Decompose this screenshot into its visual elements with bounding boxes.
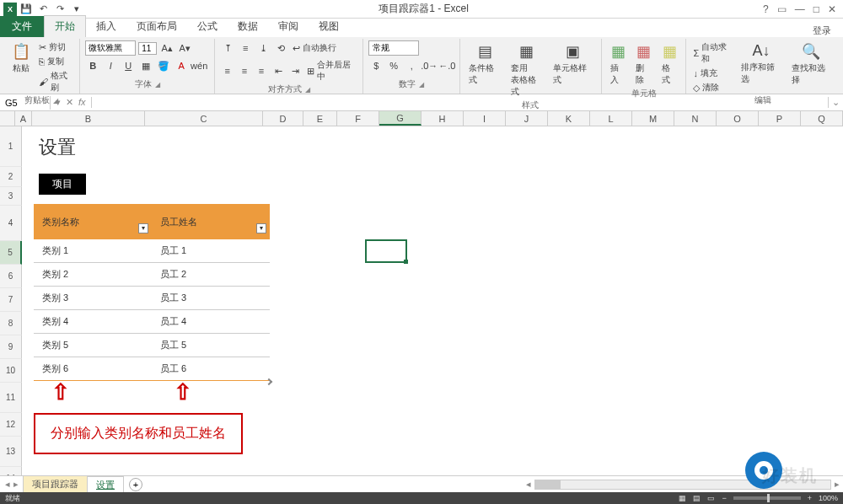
view-layout-icon[interactable]: ▤ xyxy=(693,494,701,502)
col-header-F[interactable]: F xyxy=(337,111,379,126)
indent-left-icon[interactable]: ⇤ xyxy=(271,63,286,78)
insert-cells-button[interactable]: ▦插入 xyxy=(607,40,630,88)
fx-enter-icon[interactable]: ✕ xyxy=(66,97,73,108)
row-header-10[interactable]: 10 xyxy=(0,359,22,383)
cell-category[interactable]: 类别 2 xyxy=(34,263,152,286)
cell-employee[interactable]: 员工 5 xyxy=(152,334,270,357)
tab-data[interactable]: 数据 xyxy=(228,16,268,37)
cell-style-button[interactable]: ▣单元格样式 xyxy=(550,40,596,88)
col-header-M[interactable]: M xyxy=(632,111,674,126)
decrease-font-icon[interactable]: A▾ xyxy=(177,40,192,56)
sheet-tab-settings[interactable]: 设置 xyxy=(87,476,124,493)
zoom-in-icon[interactable]: + xyxy=(808,494,812,502)
name-box[interactable]: G5 xyxy=(0,96,51,110)
col-header-P[interactable]: P xyxy=(759,111,801,126)
cells-area[interactable]: 设置 项目 类别名称▾ 员工姓名▾ 类别 1员工 1类别 2员工 2类别 3员工… xyxy=(22,126,843,491)
underline-button[interactable]: U xyxy=(121,58,136,73)
indent-right-icon[interactable]: ⇥ xyxy=(288,63,303,78)
table-resize-handle[interactable] xyxy=(266,378,272,385)
cell-employee[interactable]: 员工 1 xyxy=(152,239,270,262)
scroll-left-icon[interactable]: ◂ xyxy=(523,479,534,490)
select-all-corner[interactable] xyxy=(0,111,15,126)
col-header-E[interactable]: E xyxy=(303,111,337,126)
view-normal-icon[interactable]: ▦ xyxy=(679,494,686,502)
formula-expand-icon[interactable]: ⌄ xyxy=(828,97,843,108)
fx-cancel-icon[interactable]: ▾ xyxy=(56,97,61,108)
table-row[interactable]: 类别 2员工 2 xyxy=(34,263,270,287)
project-button[interactable]: 项目 xyxy=(39,174,86,195)
col-header-B[interactable]: B xyxy=(32,111,145,126)
format-cells-button[interactable]: ▦格式 xyxy=(658,40,681,88)
cell-category[interactable]: 类别 4 xyxy=(34,310,152,333)
tab-file[interactable]: 文件 xyxy=(0,16,44,37)
tab-nav-next-icon[interactable]: ▸ xyxy=(13,479,19,490)
number-launcher-icon[interactable]: ◢ xyxy=(419,81,424,88)
ribbon-options-icon[interactable]: ▭ xyxy=(777,3,787,15)
table-style-button[interactable]: ▦套用 表格格式 xyxy=(507,40,546,99)
increase-decimal-icon[interactable]: .0→ xyxy=(422,58,437,73)
table-row[interactable]: 类别 1员工 1 xyxy=(34,239,270,263)
delete-cells-button[interactable]: ▦删除 xyxy=(632,40,655,88)
table-row[interactable]: 类别 3员工 3 xyxy=(34,287,270,310)
row-header-5[interactable]: 5 xyxy=(0,241,22,265)
row-header-4[interactable]: 4 xyxy=(0,206,22,241)
format-painter-button[interactable]: 🖌格式刷 xyxy=(37,69,74,94)
undo-icon[interactable]: ↶ xyxy=(35,2,51,17)
align-right-icon[interactable]: ≡ xyxy=(254,63,268,78)
zoom-level[interactable]: 100% xyxy=(819,494,838,502)
currency-icon[interactable]: $ xyxy=(368,58,384,73)
col-header-K[interactable]: K xyxy=(548,111,590,126)
find-select-button[interactable]: 🔍查找和选择 xyxy=(788,40,835,88)
add-sheet-button[interactable]: + xyxy=(129,478,142,491)
row-header-12[interactable]: 12 xyxy=(0,413,22,437)
tab-review[interactable]: 审阅 xyxy=(268,16,309,37)
row-header-3[interactable]: 3 xyxy=(0,187,22,206)
tab-layout[interactable]: 页面布局 xyxy=(126,16,187,37)
close-icon[interactable]: ✕ xyxy=(828,3,836,15)
cell-category[interactable]: 类别 6 xyxy=(34,357,152,380)
border-button[interactable]: ▦ xyxy=(138,58,153,73)
font-name-select[interactable]: 微软雅黑 xyxy=(85,40,136,56)
clear-button[interactable]: ◇清除 xyxy=(691,81,734,94)
formula-input[interactable] xyxy=(92,101,828,105)
row-header-11[interactable]: 11 xyxy=(0,383,22,413)
login-link[interactable]: 登录 xyxy=(813,25,831,35)
row-header-7[interactable]: 7 xyxy=(0,288,22,312)
maximize-icon[interactable]: □ xyxy=(813,3,819,15)
autosum-button[interactable]: Σ自动求和 xyxy=(691,40,734,66)
number-format-select[interactable]: 常规 xyxy=(368,40,419,56)
col-header-D[interactable]: D xyxy=(263,111,303,126)
redo-icon[interactable]: ↷ xyxy=(52,2,67,17)
table-row[interactable]: 类别 6员工 6 xyxy=(34,357,270,381)
save-icon[interactable]: 💾 xyxy=(19,2,34,17)
sort-filter-button[interactable]: A↓排序和筛选 xyxy=(738,40,784,87)
scroll-right-icon[interactable]: ▸ xyxy=(831,479,843,490)
row-header-1[interactable]: 1 xyxy=(0,126,22,167)
cell-employee[interactable]: 员工 4 xyxy=(152,310,270,333)
col-header-Q[interactable]: Q xyxy=(801,111,843,126)
wrap-text-button[interactable]: ↩自动换行 xyxy=(291,41,338,55)
qat-more-icon[interactable]: ▾ xyxy=(69,2,84,17)
bold-button[interactable]: B xyxy=(85,58,100,73)
align-middle-icon[interactable]: ≡ xyxy=(238,40,253,56)
fx-icon[interactable]: fx xyxy=(78,97,86,108)
filter-employee-icon[interactable]: ▾ xyxy=(256,223,266,233)
sheet-tab-tracker[interactable]: 项目跟踪器 xyxy=(23,475,88,494)
zoom-slider[interactable] xyxy=(733,496,801,500)
col-header-L[interactable]: L xyxy=(590,111,632,126)
view-break-icon[interactable]: ▭ xyxy=(707,494,715,502)
selected-cell[interactable] xyxy=(365,239,407,263)
decrease-decimal-icon[interactable]: ←.0 xyxy=(439,58,454,73)
col-header-C[interactable]: C xyxy=(145,111,263,126)
col-header-I[interactable]: I xyxy=(464,111,506,126)
italic-button[interactable]: I xyxy=(103,58,118,73)
minimize-icon[interactable]: — xyxy=(795,3,805,15)
cell-category[interactable]: 类别 3 xyxy=(34,287,152,309)
font-launcher-icon[interactable]: ◢ xyxy=(155,81,160,88)
cut-button[interactable]: ✂剪切 xyxy=(37,40,74,54)
row-header-8[interactable]: 8 xyxy=(0,312,22,335)
align-bottom-icon[interactable]: ⤓ xyxy=(255,40,271,56)
table-row[interactable]: 类别 4员工 4 xyxy=(34,310,270,334)
cell-category[interactable]: 类别 5 xyxy=(34,334,152,357)
cell-employee[interactable]: 员工 2 xyxy=(152,263,270,286)
